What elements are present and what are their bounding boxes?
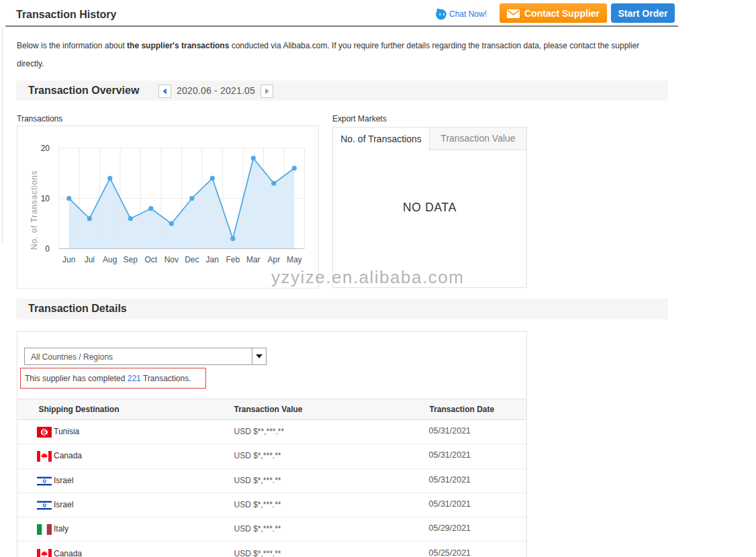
- svg-text:10: 10: [41, 194, 50, 203]
- svg-text:Mar: Mar: [246, 255, 261, 264]
- svg-text:Oct: Oct: [144, 255, 157, 264]
- svg-text:Sep: Sep: [124, 255, 138, 264]
- svg-text:Nov: Nov: [164, 255, 179, 264]
- svg-text:Aug: Aug: [103, 255, 117, 264]
- svg-text:20: 20: [41, 144, 50, 153]
- svg-text:Jan: Jan: [206, 255, 219, 264]
- svg-text:No. of Transactions: No. of Transactions: [30, 170, 39, 250]
- svg-text:0: 0: [45, 244, 50, 254]
- svg-text:Feb: Feb: [226, 255, 240, 264]
- svg-text:May: May: [287, 255, 302, 264]
- svg-text:Jun: Jun: [62, 255, 75, 264]
- svg-text:Apr: Apr: [267, 255, 280, 264]
- svg-text:Jul: Jul: [85, 255, 95, 264]
- svg-text:Dec: Dec: [185, 255, 199, 264]
